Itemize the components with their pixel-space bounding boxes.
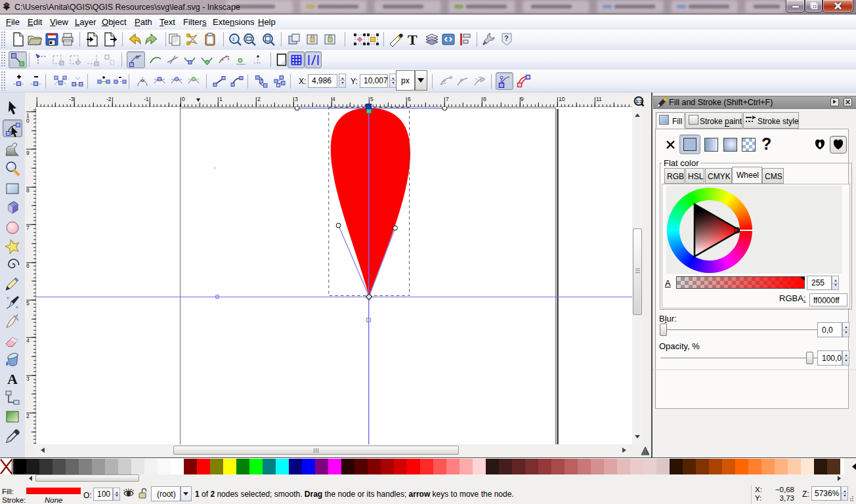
svg-text:?: ? (504, 34, 509, 42)
svg-text:A: A (7, 371, 18, 387)
svg-text:T: T (408, 32, 417, 47)
svg-text:1:1: 1:1 (635, 98, 643, 104)
svg-text:1: 1 (232, 36, 236, 42)
